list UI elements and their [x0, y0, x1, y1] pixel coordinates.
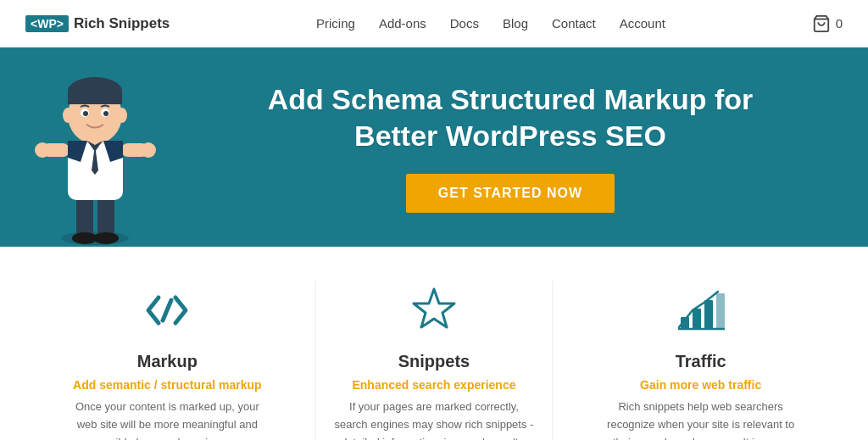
nav-addons[interactable]: Add-ons	[379, 16, 426, 31]
markup-icon	[65, 281, 269, 340]
hero-section: Add Schema Structured Markup for Better …	[0, 47, 868, 247]
nav-docs[interactable]: Docs	[450, 16, 479, 31]
hero-content: Add Schema Structured Markup for Better …	[268, 81, 753, 213]
svg-point-19	[103, 111, 108, 116]
nav-blog[interactable]: Blog	[503, 16, 528, 31]
svg-point-20	[63, 108, 73, 123]
svg-rect-15	[68, 91, 122, 104]
features-section: Markup Add semantic / structural markup …	[0, 247, 868, 440]
cart-count: 0	[836, 16, 843, 31]
nav-pricing[interactable]: Pricing	[316, 16, 355, 31]
nav-links: Pricing Add-ons Docs Blog Contact Accoun…	[316, 16, 665, 31]
nav-account[interactable]: Account	[620, 16, 665, 31]
feature-markup: Markup Add semantic / structural markup …	[48, 281, 286, 440]
traffic-title: Traffic	[599, 352, 803, 371]
markup-title: Markup	[65, 352, 269, 371]
svg-point-11	[141, 142, 156, 158]
svg-marker-26	[414, 289, 454, 327]
markup-subtitle: Add semantic / structural markup	[65, 378, 269, 392]
logo-wp-badge: <WP>	[25, 15, 69, 32]
svg-rect-29	[704, 300, 713, 329]
nav-contact[interactable]: Contact	[552, 16, 596, 31]
svg-point-18	[83, 111, 88, 116]
svg-point-10	[35, 142, 50, 158]
traffic-desc: Rich snippets help web searchers recogni…	[599, 398, 803, 440]
hero-cta-button[interactable]: GET STARTED NOW	[406, 174, 615, 213]
traffic-subtitle: Gain more web traffic	[599, 378, 803, 392]
character-illustration	[25, 60, 165, 247]
svg-point-21	[117, 108, 127, 123]
snippets-icon	[333, 281, 535, 340]
svg-point-5	[93, 232, 119, 244]
feature-traffic: Traffic Gain more web traffic Rich snipp…	[582, 281, 820, 440]
snippets-subtitle: Enhanced search experience	[333, 378, 535, 392]
logo-text: Rich Snippets	[74, 15, 170, 32]
markup-desc: Once your content is marked up, your web…	[65, 398, 269, 440]
cart-button[interactable]: 0	[812, 14, 843, 33]
cart-icon	[812, 14, 831, 33]
traffic-icon	[599, 281, 803, 340]
hero-headline: Add Schema Structured Markup for Better …	[268, 81, 753, 153]
svg-line-25	[163, 300, 171, 320]
svg-rect-30	[716, 293, 725, 329]
svg-rect-28	[693, 309, 701, 329]
navbar: <WP> Rich Snippets Pricing Add-ons Docs …	[0, 0, 868, 47]
snippets-desc: If your pages are marked correctly, sear…	[333, 398, 535, 440]
feature-snippets: Snippets Enhanced search experience If y…	[315, 281, 553, 440]
snippets-title: Snippets	[333, 352, 535, 371]
logo[interactable]: <WP> Rich Snippets	[25, 15, 170, 32]
